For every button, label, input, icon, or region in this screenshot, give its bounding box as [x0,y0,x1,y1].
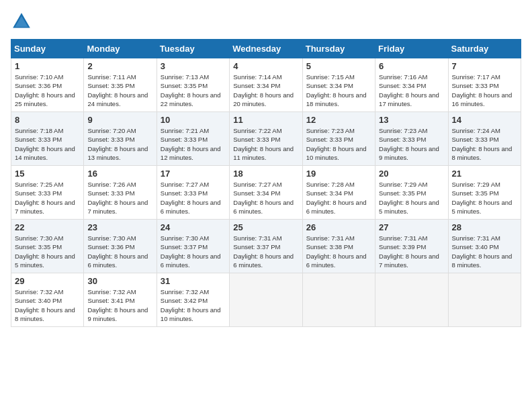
day-info: Sunrise: 7:32 AMSunset: 3:40 PMDaylight:… [15,287,80,323]
calendar-week: 22 Sunrise: 7:30 AMSunset: 3:35 PMDaylig… [11,220,521,273]
day-info: Sunrise: 7:32 AMSunset: 3:41 PMDaylight:… [87,287,152,323]
table-row: 5 Sunrise: 7:15 AMSunset: 3:34 PMDayligh… [302,58,375,112]
day-info: Sunrise: 7:18 AMSunset: 3:33 PMDaylight:… [15,126,80,162]
calendar-week: 29 Sunrise: 7:32 AMSunset: 3:40 PMDaylig… [11,273,521,327]
day-of-week-row: SundayMondayTuesdayWednesdayThursdayFrid… [11,40,521,58]
day-info: Sunrise: 7:31 AMSunset: 3:39 PMDaylight:… [379,234,444,269]
dow-header: Sunday [11,40,84,58]
dow-header: Thursday [302,40,375,58]
table-row: 20 Sunrise: 7:29 AMSunset: 3:35 PMDaylig… [375,166,448,220]
table-row [375,273,448,327]
day-number: 4 [233,61,298,71]
day-number: 27 [379,222,444,232]
table-row: 27 Sunrise: 7:31 AMSunset: 3:39 PMDaylig… [375,220,448,273]
table-row: 1 Sunrise: 7:10 AMSunset: 3:36 PMDayligh… [11,58,84,112]
day-number: 2 [87,61,152,71]
table-row: 26 Sunrise: 7:31 AMSunset: 3:38 PMDaylig… [302,220,375,273]
table-row: 15 Sunrise: 7:25 AMSunset: 3:33 PMDaylig… [11,166,84,220]
dow-header: Saturday [448,40,521,58]
day-info: Sunrise: 7:30 AMSunset: 3:35 PMDaylight:… [15,234,80,269]
day-info: Sunrise: 7:30 AMSunset: 3:37 PMDaylight:… [161,234,226,269]
day-number: 17 [161,169,226,179]
day-info: Sunrise: 7:27 AMSunset: 3:33 PMDaylight:… [161,180,226,216]
table-row: 4 Sunrise: 7:14 AMSunset: 3:34 PMDayligh… [230,58,302,112]
day-info: Sunrise: 7:32 AMSunset: 3:42 PMDaylight:… [161,287,226,323]
table-row: 6 Sunrise: 7:16 AMSunset: 3:34 PMDayligh… [375,58,448,112]
table-row: 22 Sunrise: 7:30 AMSunset: 3:35 PMDaylig… [11,220,84,273]
day-number: 22 [15,222,80,232]
day-number: 23 [87,222,152,232]
table-row: 23 Sunrise: 7:30 AMSunset: 3:36 PMDaylig… [84,220,157,273]
day-number: 14 [452,115,517,125]
calendar-week: 8 Sunrise: 7:18 AMSunset: 3:33 PMDayligh… [11,112,521,166]
day-number: 16 [87,169,152,179]
day-info: Sunrise: 7:16 AMSunset: 3:34 PMDaylight:… [379,73,444,108]
day-number: 13 [379,115,444,125]
table-row: 25 Sunrise: 7:31 AMSunset: 3:37 PMDaylig… [230,220,302,273]
table-row: 29 Sunrise: 7:32 AMSunset: 3:40 PMDaylig… [11,273,84,327]
dow-header: Monday [84,40,157,58]
table-row: 14 Sunrise: 7:24 AMSunset: 3:33 PMDaylig… [448,112,521,166]
day-info: Sunrise: 7:20 AMSunset: 3:33 PMDaylight:… [87,126,152,162]
table-row: 8 Sunrise: 7:18 AMSunset: 3:33 PMDayligh… [11,112,84,166]
dow-header: Wednesday [230,40,302,58]
table-row [302,273,375,327]
day-number: 7 [452,61,517,71]
table-row: 31 Sunrise: 7:32 AMSunset: 3:42 PMDaylig… [157,273,229,327]
day-number: 26 [306,222,371,232]
day-number: 12 [306,115,371,125]
table-row: 12 Sunrise: 7:23 AMSunset: 3:33 PMDaylig… [302,112,375,166]
table-row: 19 Sunrise: 7:28 AMSunset: 3:34 PMDaylig… [302,166,375,220]
dow-header: Tuesday [157,40,229,58]
logo [11,11,35,32]
day-info: Sunrise: 7:31 AMSunset: 3:40 PMDaylight:… [452,234,517,269]
day-number: 9 [87,115,152,125]
day-info: Sunrise: 7:25 AMSunset: 3:33 PMDaylight:… [15,180,80,216]
table-row: 10 Sunrise: 7:21 AMSunset: 3:33 PMDaylig… [157,112,229,166]
day-info: Sunrise: 7:10 AMSunset: 3:36 PMDaylight:… [15,73,80,108]
day-info: Sunrise: 7:14 AMSunset: 3:34 PMDaylight:… [233,73,298,108]
day-info: Sunrise: 7:15 AMSunset: 3:34 PMDaylight:… [306,73,371,108]
day-number: 28 [452,222,517,232]
table-row: 3 Sunrise: 7:13 AMSunset: 3:35 PMDayligh… [157,58,229,112]
day-number: 19 [306,169,371,179]
day-number: 3 [161,61,226,71]
day-number: 18 [233,169,298,179]
day-info: Sunrise: 7:31 AMSunset: 3:38 PMDaylight:… [306,234,371,269]
day-number: 25 [233,222,298,232]
table-row: 18 Sunrise: 7:27 AMSunset: 3:34 PMDaylig… [230,166,302,220]
day-info: Sunrise: 7:17 AMSunset: 3:33 PMDaylight:… [452,73,517,108]
table-row [448,273,521,327]
day-number: 15 [15,169,80,179]
table-row: 2 Sunrise: 7:11 AMSunset: 3:35 PMDayligh… [84,58,157,112]
day-info: Sunrise: 7:23 AMSunset: 3:33 PMDaylight:… [379,126,444,162]
day-number: 10 [161,115,226,125]
header [11,11,521,32]
day-info: Sunrise: 7:21 AMSunset: 3:33 PMDaylight:… [161,126,226,162]
table-row: 13 Sunrise: 7:23 AMSunset: 3:33 PMDaylig… [375,112,448,166]
day-number: 21 [452,169,517,179]
day-info: Sunrise: 7:22 AMSunset: 3:33 PMDaylight:… [233,126,298,162]
table-row [230,273,302,327]
day-info: Sunrise: 7:31 AMSunset: 3:37 PMDaylight:… [233,234,298,269]
day-number: 24 [161,222,226,232]
calendar-week: 1 Sunrise: 7:10 AMSunset: 3:36 PMDayligh… [11,58,521,112]
day-number: 8 [15,115,80,125]
day-info: Sunrise: 7:24 AMSunset: 3:33 PMDaylight:… [452,126,517,162]
day-number: 6 [379,61,444,71]
table-row: 11 Sunrise: 7:22 AMSunset: 3:33 PMDaylig… [230,112,302,166]
day-info: Sunrise: 7:30 AMSunset: 3:36 PMDaylight:… [87,234,152,269]
table-row: 28 Sunrise: 7:31 AMSunset: 3:40 PMDaylig… [448,220,521,273]
logo-icon [11,11,32,32]
table-row: 21 Sunrise: 7:29 AMSunset: 3:35 PMDaylig… [448,166,521,220]
table-row: 24 Sunrise: 7:30 AMSunset: 3:37 PMDaylig… [157,220,229,273]
table-row: 7 Sunrise: 7:17 AMSunset: 3:33 PMDayligh… [448,58,521,112]
calendar-week: 15 Sunrise: 7:25 AMSunset: 3:33 PMDaylig… [11,166,521,220]
day-number: 1 [15,61,80,71]
dow-header: Friday [375,40,448,58]
day-number: 11 [233,115,298,125]
day-info: Sunrise: 7:26 AMSunset: 3:33 PMDaylight:… [87,180,152,216]
day-number: 31 [161,276,226,286]
day-number: 30 [87,276,152,286]
table-row: 17 Sunrise: 7:27 AMSunset: 3:33 PMDaylig… [157,166,229,220]
